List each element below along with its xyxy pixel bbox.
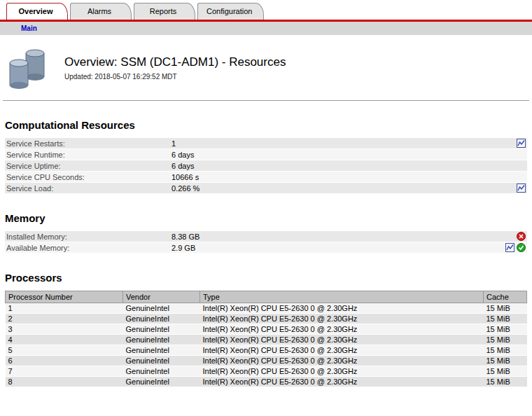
table-cell: GenuineIntel	[123, 314, 200, 324]
table-cell: Intel(R) Xeon(R) CPU E5-2630 0 @ 2.30GHz	[200, 303, 484, 314]
attribute-label: Installed Memory:	[5, 233, 172, 241]
table-row: 8GenuineIntelIntel(R) Xeon(R) CPU E5-263…	[6, 377, 527, 387]
column-header: Cache	[484, 291, 527, 303]
attribute-row: Available Memory:2.9 GB	[5, 242, 527, 254]
table-row: 5GenuineIntelIntel(R) Xeon(R) CPU E5-263…	[6, 345, 527, 356]
attribute-label: Service Restarts:	[5, 139, 172, 148]
table-cell: GenuineIntel	[123, 366, 200, 377]
updated-timestamp: Updated: 2018-05-07 16:29:52 MDT	[64, 73, 286, 81]
table-cell: GenuineIntel	[123, 335, 200, 345]
error-icon	[517, 232, 526, 241]
attribute-label: Service Load:	[5, 184, 172, 193]
table-cell: 6	[6, 356, 123, 366]
processors-header-row: Processor NumberVendorTypeCache	[6, 291, 527, 303]
breadcrumb: Main	[0, 22, 532, 36]
attribute-value: 10666 s	[172, 173, 526, 181]
column-header: Vendor	[123, 291, 200, 303]
table-row: 3GenuineIntelIntel(R) Xeon(R) CPU E5-263…	[6, 324, 527, 335]
table-cell: 15 MiB	[484, 324, 527, 335]
attribute-value: 1	[172, 139, 517, 148]
table-cell: GenuineIntel	[123, 356, 200, 366]
attribute-value: 8.38 GB	[172, 233, 517, 241]
tab-label: Reports	[150, 7, 177, 15]
table-cell: GenuineIntel	[123, 324, 200, 335]
attribute-row: Service Restarts:1	[5, 138, 527, 149]
table-cell: 15 MiB	[484, 377, 527, 387]
attribute-label: Service CPU Seconds:	[5, 173, 172, 181]
table-cell: 15 MiB	[484, 335, 527, 345]
attribute-icons	[517, 183, 527, 193]
tab-label: Configuration	[206, 7, 252, 15]
table-row: 4GenuineIntelIntel(R) Xeon(R) CPU E5-263…	[6, 335, 527, 345]
attribute-value: 0.266 %	[172, 184, 517, 193]
tab-label: Overview	[19, 7, 53, 15]
table-cell: 5	[6, 345, 123, 356]
table-cell: 3	[6, 324, 123, 335]
section-title-computational: Computational Resources	[5, 119, 532, 131]
attribute-label: Available Memory:	[5, 244, 172, 252]
attribute-row: Service Runtime:6 days	[5, 149, 527, 160]
page-title: Overview: SSM (DC1-ADM1) - Resources	[64, 55, 286, 69]
page-header: Overview: SSM (DC1-ADM1) - Resources Upd…	[0, 36, 532, 96]
processors-table: Processor NumberVendorTypeCache 1Genuine…	[5, 291, 527, 387]
table-cell: 4	[6, 335, 123, 345]
table-cell: Intel(R) Xeon(R) CPU E5-2630 0 @ 2.30GHz	[200, 314, 484, 324]
table-cell: 15 MiB	[484, 314, 527, 324]
table-cell: GenuineIntel	[123, 345, 200, 356]
database-cylinders-icon	[7, 46, 48, 92]
attribute-icons	[517, 139, 527, 148]
table-cell: Intel(R) Xeon(R) CPU E5-2630 0 @ 2.30GHz	[200, 366, 484, 377]
chart-icon[interactable]	[517, 139, 526, 148]
attribute-value: 2.9 GB	[172, 244, 505, 252]
attribute-row: Service CPU Seconds:10666 s	[5, 172, 527, 183]
tab-reports[interactable]: Reports	[134, 3, 195, 20]
table-cell: Intel(R) Xeon(R) CPU E5-2630 0 @ 2.30GHz	[200, 335, 484, 345]
attribute-value: 6 days	[172, 151, 526, 159]
column-header: Processor Number	[6, 291, 123, 303]
table-row: 1GenuineIntelIntel(R) Xeon(R) CPU E5-263…	[6, 303, 527, 314]
computational-rows: Service Restarts:1Service Runtime:6 days…	[5, 138, 527, 194]
column-header: Type	[200, 291, 484, 303]
memory-rows: Installed Memory:8.38 GBAvailable Memory…	[5, 231, 527, 254]
tab-bar: OverviewAlarmsReportsConfiguration	[0, 0, 532, 20]
table-row: 7GenuineIntelIntel(R) Xeon(R) CPU E5-263…	[6, 366, 527, 377]
table-cell: 15 MiB	[484, 366, 527, 377]
attribute-icons	[517, 232, 527, 241]
attribute-row: Service Uptime:6 days	[5, 160, 527, 172]
header-divider	[3, 100, 529, 101]
table-cell: GenuineIntel	[123, 377, 200, 387]
chart-icon[interactable]	[517, 183, 526, 193]
tab-label: Alarms	[88, 7, 111, 15]
table-cell: Intel(R) Xeon(R) CPU E5-2630 0 @ 2.30GHz	[200, 356, 484, 366]
attribute-icons	[505, 243, 527, 252]
processors-body: 1GenuineIntelIntel(R) Xeon(R) CPU E5-263…	[6, 303, 527, 387]
chart-icon[interactable]	[505, 243, 514, 252]
table-cell: Intel(R) Xeon(R) CPU E5-2630 0 @ 2.30GHz	[200, 345, 484, 356]
attribute-row: Installed Memory:8.38 GB	[5, 231, 527, 242]
tab-alarms[interactable]: Alarms	[70, 3, 132, 20]
table-cell: 15 MiB	[484, 303, 527, 314]
breadcrumb-link-main[interactable]: Main	[21, 25, 37, 32]
table-cell: Intel(R) Xeon(R) CPU E5-2630 0 @ 2.30GHz	[200, 324, 484, 335]
attribute-label: Service Runtime:	[5, 151, 172, 159]
table-cell: 7	[6, 366, 123, 377]
table-row: 6GenuineIntelIntel(R) Xeon(R) CPU E5-263…	[6, 356, 527, 366]
table-cell: GenuineIntel	[123, 303, 200, 314]
table-cell: 1	[6, 303, 123, 314]
section-title-processors: Processors	[5, 272, 532, 284]
attribute-value: 6 days	[172, 162, 526, 170]
tab-configuration[interactable]: Configuration	[197, 3, 264, 20]
success-icon	[517, 243, 526, 252]
table-cell: 15 MiB	[484, 345, 527, 356]
table-cell: 8	[6, 377, 123, 387]
table-cell: 2	[6, 314, 123, 324]
table-row: 2GenuineIntelIntel(R) Xeon(R) CPU E5-263…	[6, 314, 527, 324]
attribute-row: Service Load:0.266 %	[5, 183, 527, 194]
table-cell: 15 MiB	[484, 356, 527, 366]
section-title-memory: Memory	[5, 212, 532, 224]
table-cell: Intel(R) Xeon(R) CPU E5-2630 0 @ 2.30GHz	[200, 377, 484, 387]
attribute-label: Service Uptime:	[5, 162, 172, 170]
tab-overview[interactable]: Overview	[6, 3, 68, 20]
